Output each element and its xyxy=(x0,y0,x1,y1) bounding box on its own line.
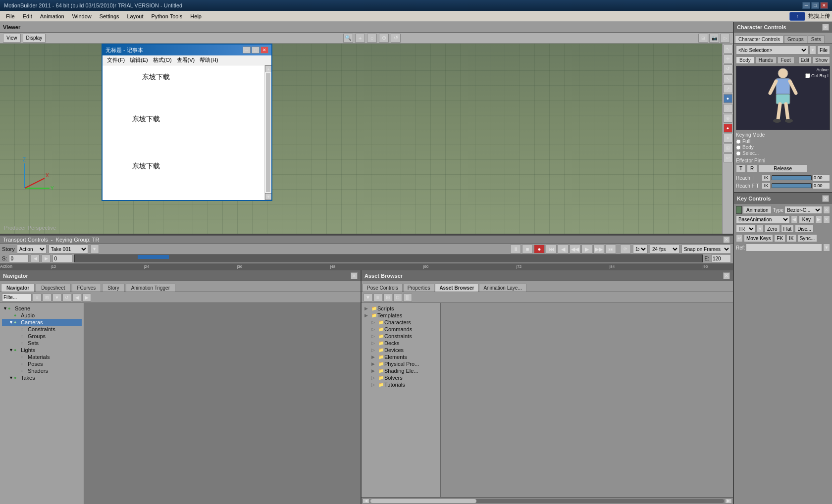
display-button[interactable]: Display xyxy=(23,34,46,43)
pause-button[interactable]: ⏸ xyxy=(510,245,521,253)
asset-tool-list[interactable]: ≡ xyxy=(373,294,382,302)
asset-tool-filter[interactable]: ▼ xyxy=(364,294,372,302)
loop-button[interactable]: ⟳ xyxy=(620,245,631,253)
nav-tool-4[interactable]: ↺ xyxy=(62,294,71,302)
tree-item-cameras[interactable]: ▼ ● Cameras xyxy=(2,319,82,326)
menu-help[interactable]: Help xyxy=(186,12,206,20)
tree-item-groups[interactable]: ○ Groups xyxy=(2,333,82,340)
menu-layout[interactable]: Layout xyxy=(123,12,148,20)
asset-tree-decks[interactable]: ▷ 📁 Decks xyxy=(364,340,438,347)
camera-button[interactable]: 📷 xyxy=(709,34,719,43)
maximize-button[interactable]: □ xyxy=(811,2,819,9)
t-button[interactable]: T xyxy=(736,164,746,172)
tab-fcurves[interactable]: FCurves xyxy=(72,284,102,292)
s-input[interactable] xyxy=(9,254,29,262)
rotate-button[interactable]: ↺ xyxy=(391,34,401,43)
keying-body-radio[interactable] xyxy=(736,145,741,150)
nav-tool-5[interactable]: ◀ xyxy=(72,294,81,302)
asset-scroll-track[interactable] xyxy=(370,499,724,503)
asset-tree-shading[interactable]: ▶ 📁 Shading Ele... xyxy=(364,367,438,374)
tool-scale[interactable]: ⤡ xyxy=(724,74,732,83)
ctrl-rig-checkbox[interactable] xyxy=(805,73,810,78)
transport-close-button[interactable]: ✕ xyxy=(723,236,730,243)
asset-tree-tutorials[interactable]: ▷ 📁 Tutorials xyxy=(364,381,438,388)
play-button[interactable]: ▶ xyxy=(581,245,592,253)
notepad-menu-edit[interactable]: 编辑(E) xyxy=(127,56,151,64)
tool-rec[interactable]: ● xyxy=(724,124,732,133)
grid-button[interactable]: ⊞ xyxy=(698,34,708,43)
tree-item-shaders[interactable]: ○ Shaders xyxy=(2,367,82,374)
rewind-to-start-button[interactable]: ⏮ xyxy=(546,245,557,253)
notepad-scroll-up[interactable]: ▲ xyxy=(265,65,271,72)
asset-tree-commands[interactable]: ▷ 📁 Commands xyxy=(364,326,438,333)
key-close-x[interactable]: ✕ xyxy=(823,215,830,223)
step-fwd-button[interactable]: ▶▶ xyxy=(593,245,604,253)
tab-asset-browser[interactable]: Asset Browser xyxy=(435,284,478,292)
tree-item-audio[interactable]: ● Audio xyxy=(2,312,82,319)
asset-tool-grid[interactable]: ⊞ xyxy=(383,294,392,302)
show-button[interactable]: Show xyxy=(813,56,830,64)
base-prev-button[interactable]: ◀ xyxy=(791,215,798,223)
zoom-in-button[interactable]: + xyxy=(355,34,365,43)
reach-f-ik-button[interactable]: IK xyxy=(762,182,771,189)
s-prev-button[interactable]: ◀ xyxy=(31,254,40,262)
notepad-scroll-down[interactable]: ▼ xyxy=(265,193,271,200)
tree-item-takes[interactable]: ▼ ● Takes xyxy=(2,374,82,381)
nav-tool-2[interactable]: ⊞ xyxy=(43,294,52,302)
reach-t-ik-button[interactable]: IK xyxy=(762,174,771,181)
navigator-close-button[interactable]: ✕ xyxy=(351,272,358,279)
edit-button[interactable]: Edit xyxy=(798,56,812,64)
key-animation-arrow[interactable] xyxy=(736,206,742,214)
move-arrow-button[interactable]: ↩ xyxy=(736,234,743,242)
asset-tree-devices[interactable]: ▷ 📁 Devices xyxy=(364,347,438,353)
asset-close-button[interactable]: ✕ xyxy=(723,272,730,279)
action-select[interactable]: Action xyxy=(17,245,47,253)
menu-animation[interactable]: Animation xyxy=(36,12,68,20)
pan-button[interactable]: ⊕ xyxy=(379,34,389,43)
filter-input[interactable] xyxy=(2,294,32,302)
char-close-button[interactable]: ✕ xyxy=(822,24,829,31)
take-select[interactable]: Take 001 xyxy=(49,245,88,253)
keying-full-radio[interactable] xyxy=(736,139,741,144)
asset-tree-elements[interactable]: ▶ 📁 Elements xyxy=(364,353,438,360)
subtab-body[interactable]: Body xyxy=(736,56,754,64)
tool-7[interactable]: ○ xyxy=(724,104,732,113)
tab-navigator[interactable]: Navigator xyxy=(1,284,35,292)
asset-tree-scripts[interactable]: ▶ 📁 Scripts xyxy=(364,305,438,312)
tr-arrow-button[interactable]: ▼ xyxy=(757,225,764,233)
move-keys-button[interactable]: Move Keys xyxy=(744,234,773,242)
menu-window[interactable]: Window xyxy=(68,12,96,20)
notepad-menu-help[interactable]: 帮助(H) xyxy=(197,56,220,64)
tree-item-materials[interactable]: ○ Materials xyxy=(2,353,82,360)
menu-python-tools[interactable]: Python Tools xyxy=(148,12,187,20)
subtab-hands[interactable]: Hands xyxy=(755,56,777,64)
zero-button[interactable]: Zero xyxy=(765,225,780,233)
asset-tree-characters[interactable]: ▷ 📁 Characters xyxy=(364,319,438,326)
tab-properties[interactable]: Properties xyxy=(403,284,435,292)
nav-tool-3[interactable]: ▼ xyxy=(52,294,61,302)
notepad-menu-view[interactable]: 查看(V) xyxy=(174,56,198,64)
menu-file[interactable]: File xyxy=(2,12,19,20)
tab-animation-trigger[interactable]: Animation Trigger xyxy=(126,284,175,292)
type-select[interactable]: Bezier-C... xyxy=(784,206,822,214)
tree-item-lights[interactable]: ▼ ● Lights xyxy=(2,347,82,353)
char-selection-select[interactable]: <No Selection> xyxy=(736,46,808,54)
notepad-close-button[interactable]: ✕ xyxy=(260,47,268,53)
view-button[interactable]: View xyxy=(3,34,21,43)
tree-item-sets[interactable]: ○ Sets xyxy=(2,340,82,347)
zoom-out-button[interactable]: 🔍 xyxy=(343,34,353,43)
take-arrow-button[interactable]: ▼ xyxy=(90,245,99,253)
ref-arrow-button[interactable]: ▼ xyxy=(823,244,830,252)
char-selection-arrow[interactable]: ▼ xyxy=(809,46,816,54)
keying-select-radio[interactable] xyxy=(736,151,741,156)
menu-edit[interactable]: Edit xyxy=(19,12,36,20)
asset-scroll-right[interactable]: ▶ xyxy=(725,499,732,504)
snap-select[interactable]: Snap on Frames xyxy=(681,245,731,253)
key-button[interactable]: Key xyxy=(799,215,814,223)
menu-settings[interactable]: Settings xyxy=(96,12,123,20)
step-back-button[interactable]: ◀ xyxy=(558,245,569,253)
base-animation-select[interactable]: BaseAnimation xyxy=(736,215,790,223)
record-button[interactable]: ● xyxy=(534,245,545,253)
r-button[interactable]: R xyxy=(747,164,757,172)
char-tab-character-controls[interactable]: Character Controls xyxy=(735,35,783,43)
